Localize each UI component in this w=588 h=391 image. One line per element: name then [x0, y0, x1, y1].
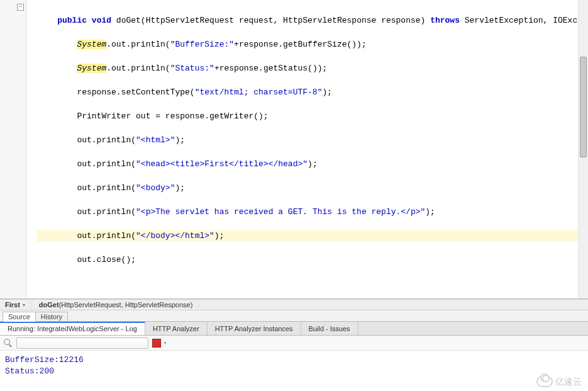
cloud-icon: [536, 376, 553, 387]
tab-running-log[interactable]: Running: IntegratedWebLogicServer - Log: [0, 322, 145, 335]
fold-toggle-icon[interactable]: −: [17, 4, 24, 11]
breadcrumb: First ▾ doGet(HttpServletRequest, HttpSe…: [0, 299, 588, 310]
breadcrumb-method[interactable]: doGet(HttpServletRequest, HttpServletRes…: [34, 300, 197, 310]
chevron-down-icon[interactable]: ▾: [164, 340, 167, 346]
source-history-tabs: Source History: [0, 310, 588, 322]
editor-margin: [26, 0, 36, 298]
tab-source[interactable]: Source: [3, 312, 36, 322]
tab-http-analyzer-instances[interactable]: HTTP Analyzer Instances: [208, 322, 301, 335]
breadcrumb-class[interactable]: First ▾: [0, 300, 29, 310]
watermark: 亿速云: [536, 376, 582, 387]
scrollbar-thumb[interactable]: [580, 57, 587, 157]
log-search-input[interactable]: [16, 337, 148, 349]
console-line: BufferSize:12216: [5, 354, 583, 366]
code-editor: − public void doGet(HttpServletRequest r…: [0, 0, 588, 299]
stop-button[interactable]: [152, 339, 161, 348]
tab-history[interactable]: History: [35, 312, 68, 321]
editor-gutter: −: [0, 0, 26, 298]
console-output[interactable]: BufferSize:12216 Status:200 亿速云: [0, 351, 588, 391]
tab-http-analyzer[interactable]: HTTP Analyzer: [145, 322, 208, 335]
tab-endcap: [67, 312, 74, 321]
ide-window: − public void doGet(HttpServletRequest r…: [0, 0, 588, 391]
code-area[interactable]: public void doGet(HttpServletRequest req…: [36, 0, 578, 298]
chevron-down-icon: ▾: [23, 302, 25, 308]
search-icon: [4, 339, 13, 348]
bottom-panel-tabs: Running: IntegratedWebLogicServer - Log …: [0, 322, 588, 336]
console-line: Status:200: [5, 366, 583, 377]
vertical-scrollbar[interactable]: [578, 0, 588, 298]
tab-build-issues[interactable]: Build - Issues: [301, 322, 358, 335]
log-toolbar: ▾: [0, 336, 588, 351]
